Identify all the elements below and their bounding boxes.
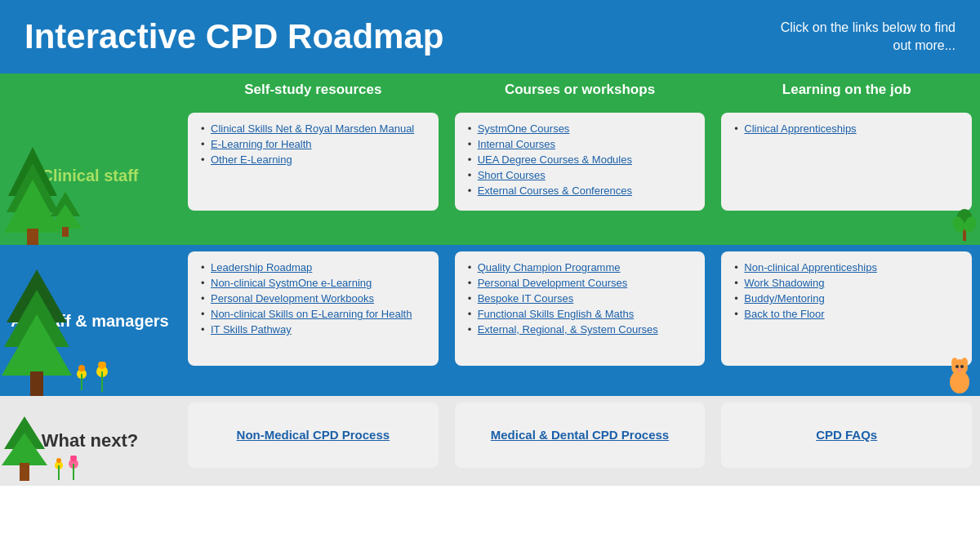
page-title: Interactive CPD Roadmap [24, 18, 443, 56]
svg-rect-14 [30, 371, 43, 396]
svg-point-32 [56, 458, 61, 463]
clinical-courses-box: SystmOne Courses Internal Courses UEA De… [455, 113, 706, 211]
allstaff-self-study-link-3[interactable]: Personal Development Workbooks [211, 292, 374, 305]
allstaff-self-study-link-2[interactable]: Non-clinical SystmOne e-Learning [211, 277, 372, 289]
clinical-learning-cell: Clinical Apprenticeships [713, 106, 980, 245]
clinical-learning-link-1[interactable]: Clinical Apprenticeships [744, 122, 856, 135]
allstaff-self-study-link-4[interactable]: Non-clinical Skills on E-Learning for He… [211, 308, 412, 320]
allstaff-courses-link-1[interactable]: Quality Champion Programme [478, 261, 621, 274]
list-item: SystmOne Courses [466, 122, 694, 135]
allstaff-courses-cell: Quality Champion Programme Personal Deve… [447, 245, 714, 396]
clinical-courses-link-5[interactable]: External Courses & Conferences [478, 185, 632, 197]
col-header-learning: Learning on the job [713, 73, 980, 106]
list-item: Other E-Learning [199, 153, 427, 166]
allstaff-courses-link-3[interactable]: Bespoke IT Courses [478, 292, 574, 305]
allstaff-courses-link-2[interactable]: Personal Development Courses [478, 277, 628, 289]
clinical-self-study-link-3[interactable]: Other E-Learning [211, 153, 292, 166]
allstaff-courses-link-4[interactable]: Functional Skills English & Maths [478, 308, 634, 320]
allstaff-self-study-cell: Leadership Roadmap Non-clinical SystmOne… [180, 245, 447, 396]
column-headers: Self-study resources Courses or workshop… [0, 73, 980, 106]
allstaff-courses-box: Quality Champion Programme Personal Deve… [455, 251, 706, 366]
clinical-courses-link-1[interactable]: SystmOne Courses [478, 122, 570, 135]
allstaff-learning-link-3[interactable]: Buddy/Mentoring [744, 292, 824, 305]
clinical-courses-link-3[interactable]: UEA Degree Courses & Modules [478, 153, 632, 166]
clinical-self-study-box: Clinical Skills Net & Royal Marsden Manu… [188, 113, 439, 211]
col-header-courses: Courses or workshops [447, 73, 714, 106]
list-item: IT Skills Pathway [199, 323, 427, 336]
allstaff-learning-list: Non-clinical Apprenticeships Work Shadow… [733, 261, 960, 320]
animal-decoration-allstaff [945, 351, 973, 396]
svg-rect-33 [58, 465, 60, 480]
list-item: E-Learning for Health [199, 138, 427, 150]
svg-point-16 [78, 365, 85, 371]
allstaff-self-study-list: Leadership Roadmap Non-clinical SystmOne… [199, 261, 427, 336]
allstaff-self-study-link-5[interactable]: IT Skills Pathway [211, 323, 292, 336]
whatnext-cell-2: Medical & Dental CPD Process [447, 396, 714, 486]
list-item: UEA Degree Courses & Modules [466, 153, 694, 166]
tree-decoration-left2-clinical [49, 188, 82, 245]
list-item: Non-clinical Apprenticeships [733, 261, 960, 274]
whatnext-row: What next? Non-Medical CPD Process Medic… [0, 396, 980, 486]
allstaff-learning-link-4[interactable]: Back to the Floor [744, 308, 824, 320]
list-item: Functional Skills English & Maths [466, 308, 694, 320]
svg-rect-6 [62, 227, 69, 237]
svg-rect-30 [20, 463, 29, 481]
clinical-courses-link-2[interactable]: Internal Courses [478, 138, 555, 150]
clinical-courses-cell: SystmOne Courses Internal Courses UEA De… [447, 106, 714, 245]
tree-decoration-left-allstaff [0, 265, 74, 396]
allstaff-learning-link-2[interactable]: Work Shadowing [744, 277, 824, 289]
whatnext-box-2[interactable]: Medical & Dental CPD Process [455, 402, 706, 468]
allstaff-row: All staff & managers Leadership Roadmap … [0, 245, 980, 396]
flower-decoration-allstaff [74, 362, 114, 394]
svg-point-27 [957, 368, 962, 371]
list-item: Non-clinical SystmOne e-Learning [199, 277, 427, 289]
svg-rect-17 [81, 374, 82, 390]
tree-decoration-whatnext [0, 412, 49, 486]
header-subtitle: Click on the links below to find out mor… [776, 19, 956, 56]
list-item: Quality Champion Programme [466, 261, 694, 274]
svg-rect-36 [73, 464, 74, 480]
whatnext-link-1[interactable]: Non-Medical CPD Process [237, 427, 390, 443]
list-item: Short Courses [466, 169, 694, 181]
list-item: Clinical Apprenticeships [733, 122, 960, 135]
col-header-self-study: Self-study resources [180, 73, 447, 106]
page-header: Interactive CPD Roadmap Click on the lin… [0, 0, 980, 73]
clinical-self-study-link-1[interactable]: Clinical Skills Net & Royal Marsden Manu… [211, 122, 414, 135]
whatnext-link-3[interactable]: CPD FAQs [816, 427, 877, 443]
allstaff-self-study-box: Leadership Roadmap Non-clinical SystmOne… [188, 251, 439, 366]
allstaff-courses-list: Quality Champion Programme Personal Deve… [466, 261, 694, 336]
clinical-self-study-link-2[interactable]: E-Learning for Health [211, 138, 312, 150]
plant-decoration-right-clinical [952, 204, 977, 245]
allstaff-self-study-link-1[interactable]: Leadership Roadmap [211, 261, 312, 274]
list-item: Non-clinical Skills on E-Learning for He… [199, 308, 427, 320]
allstaff-learning-cell: Non-clinical Apprenticeships Work Shadow… [713, 245, 980, 396]
col-header-empty [0, 73, 180, 106]
allstaff-learning-box: Non-clinical Apprenticeships Work Shadow… [721, 251, 972, 366]
list-item: Internal Courses [466, 138, 694, 150]
clinical-self-study-list: Clinical Skills Net & Royal Marsden Manu… [199, 122, 427, 166]
whatnext-cell-3: CPD FAQs [713, 396, 980, 486]
list-item: External, Regional, & System Courses [466, 323, 694, 336]
list-item: Personal Development Courses [466, 277, 694, 289]
clinical-learning-list: Clinical Apprenticeships [733, 122, 960, 135]
clinical-courses-list: SystmOne Courses Internal Courses UEA De… [466, 122, 694, 197]
whatnext-link-2[interactable]: Medical & Dental CPD Process [491, 427, 669, 443]
clinical-learning-box: Clinical Apprenticeships [721, 113, 972, 211]
svg-rect-20 [101, 371, 103, 392]
whatnext-box-3[interactable]: CPD FAQs [721, 402, 972, 468]
list-item: Clinical Skills Net & Royal Marsden Manu… [199, 122, 427, 135]
clinical-courses-link-4[interactable]: Short Courses [478, 169, 546, 181]
list-item: Bespoke IT Courses [466, 292, 694, 305]
allstaff-courses-link-5[interactable]: External, Regional, & System Courses [478, 323, 658, 336]
list-item: Buddy/Mentoring [733, 292, 960, 305]
svg-rect-3 [27, 229, 38, 245]
flower-decoration-whatnext [49, 456, 82, 484]
whatnext-box-1[interactable]: Non-Medical CPD Process [188, 402, 439, 468]
list-item: Personal Development Workbooks [199, 292, 427, 305]
clinical-self-study-cell: Clinical Skills Net & Royal Marsden Manu… [180, 106, 447, 245]
clinical-staff-row: Clinical staff Clinical Skills Net & Roy… [0, 106, 980, 245]
svg-point-26 [960, 365, 964, 368]
svg-point-25 [956, 365, 959, 368]
list-item: Work Shadowing [733, 277, 960, 289]
allstaff-learning-link-1[interactable]: Non-clinical Apprenticeships [744, 261, 877, 274]
